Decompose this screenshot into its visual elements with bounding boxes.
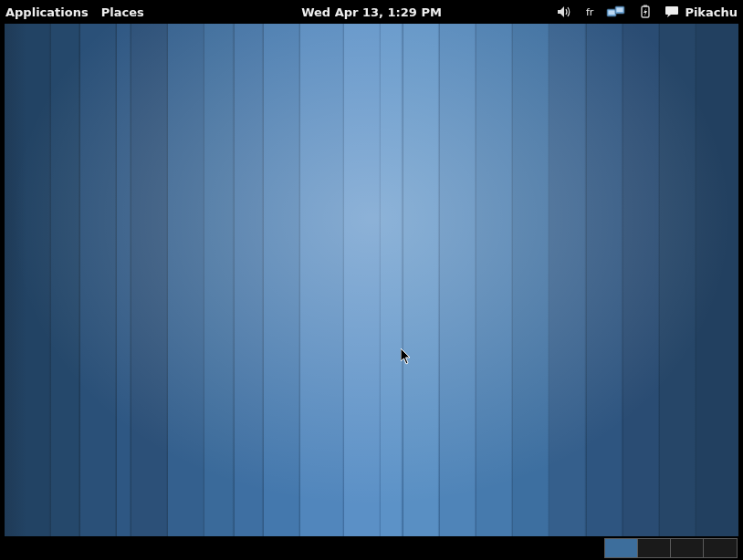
- bottom-panel: [0, 536, 743, 560]
- workspace-4[interactable]: [704, 539, 737, 557]
- network-icon[interactable]: [606, 5, 626, 19]
- desktop[interactable]: [5, 24, 738, 536]
- clock[interactable]: Wed Apr 13, 1:29 PM: [301, 5, 442, 19]
- top-panel: Applications Places Wed Apr 13, 1:29 PM …: [0, 0, 743, 24]
- workspace-switcher[interactable]: [604, 538, 738, 558]
- top-panel-left: Applications Places: [5, 5, 144, 19]
- svg-rect-5: [644, 5, 647, 7]
- volume-icon[interactable]: [557, 5, 573, 18]
- places-menu[interactable]: Places: [101, 5, 144, 19]
- workspace-2[interactable]: [638, 539, 671, 557]
- svg-rect-3: [617, 8, 623, 13]
- top-panel-right: fr Pikachu: [557, 5, 738, 19]
- workspace-3[interactable]: [671, 539, 704, 557]
- workspace-1[interactable]: [605, 539, 638, 557]
- chat-status-icon: [665, 5, 679, 18]
- svg-rect-2: [609, 11, 615, 16]
- battery-icon[interactable]: [639, 5, 652, 19]
- wallpaper: [5, 24, 738, 536]
- keyboard-layout-indicator[interactable]: fr: [586, 6, 593, 18]
- applications-menu[interactable]: Applications: [5, 5, 89, 19]
- username-label: Pikachu: [685, 5, 738, 19]
- user-menu[interactable]: Pikachu: [665, 5, 738, 19]
